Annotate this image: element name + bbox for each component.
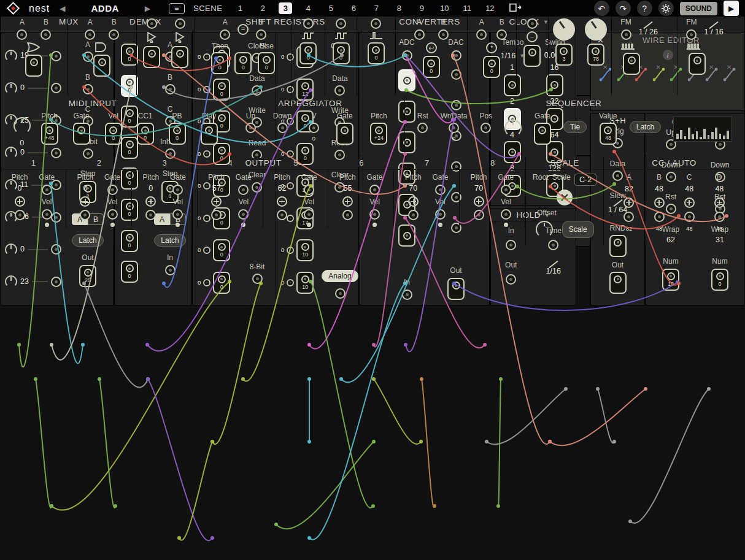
- scene-button[interactable]: 5: [324, 2, 338, 14]
- wrap-b-port[interactable]: [438, 29, 449, 40]
- seq-step-display[interactable]: [673, 116, 732, 142]
- scene-button[interactable]: 9: [415, 2, 428, 14]
- seq-latch-button[interactable]: Latch: [630, 121, 661, 133]
- gate-port[interactable]: [42, 185, 52, 195]
- help-button[interactable]: ?: [637, 1, 652, 16]
- cc-port[interactable]: [714, 212, 725, 222]
- sr-cell-port[interactable]: 10: [296, 272, 314, 294]
- geiger-fm-port[interactable]: [686, 29, 697, 40]
- and-b-port[interactable]: [109, 29, 119, 40]
- pitch-port[interactable]: [80, 210, 90, 220]
- cc-offset-port[interactable]: [654, 198, 665, 208]
- play-button[interactable]: ▶: [724, 1, 739, 16]
- gate-port[interactable]: [238, 185, 249, 195]
- vel-port[interactable]: [369, 209, 380, 220]
- pitch-port[interactable]: [277, 210, 287, 220]
- gate-port[interactable]: [435, 185, 446, 195]
- arp-pitch-port[interactable]: +24: [370, 123, 387, 145]
- mux-channel-knob[interactable]: [5, 275, 17, 288]
- aeqb-b-port[interactable]: [256, 29, 266, 40]
- settings-gear-icon[interactable]: [658, 1, 674, 16]
- not1-in-port[interactable]: [147, 18, 157, 29]
- wrap-out-port[interactable]: 0: [423, 56, 440, 78]
- gate-port[interactable]: [172, 185, 183, 195]
- pitch-offset-port[interactable]: [342, 196, 353, 207]
- arp-v-port[interactable]: [309, 123, 319, 133]
- seq-gate-port[interactable]: [534, 123, 551, 145]
- scene-button[interactable]: 2: [256, 2, 269, 14]
- sh-out-port[interactable]: [609, 272, 627, 294]
- gate-port[interactable]: [107, 185, 118, 195]
- vel-port[interactable]: [107, 209, 118, 220]
- trig-out-port[interactable]: 0: [368, 42, 385, 64]
- midi-bend-knob[interactable]: [14, 117, 31, 134]
- cc-port[interactable]: [684, 212, 695, 222]
- pitch-offset-port[interactable]: [80, 196, 90, 207]
- adc-in-port[interactable]: [402, 290, 412, 300]
- pitch-offset-port[interactable]: [15, 196, 25, 207]
- constant-knob[interactable]: [553, 18, 575, 40]
- scale-offset-knob[interactable]: [536, 221, 553, 238]
- or-b-port[interactable]: [41, 29, 51, 40]
- hold-time-value[interactable]: 1/16: [546, 264, 561, 276]
- scene-button[interactable]: 1: [233, 2, 247, 14]
- patch-name[interactable]: ADDA: [91, 3, 118, 13]
- constant-out-port[interactable]: 78: [587, 44, 604, 66]
- pitch-port[interactable]: [211, 210, 222, 220]
- scene-button[interactable]: 12: [483, 2, 496, 14]
- f2-out-port[interactable]: 0: [299, 42, 317, 64]
- hold-out-port[interactable]: [506, 274, 516, 285]
- midi-column-port[interactable]: +48: [41, 123, 58, 145]
- seq-wrdata-port[interactable]: [449, 123, 459, 133]
- geiger-rate-value[interactable]: 1 / 26: [639, 25, 658, 37]
- pitch-offset-port[interactable]: [211, 196, 222, 207]
- geiger-out-port[interactable]: [623, 53, 640, 75]
- prev-patch-icon[interactable]: ◀: [56, 4, 69, 13]
- gate-port[interactable]: [369, 185, 380, 195]
- pitch-port[interactable]: [15, 210, 25, 220]
- scene-button[interactable]: 4: [301, 2, 315, 14]
- midi-column-port[interactable]: 0: [137, 123, 154, 145]
- pitch-port[interactable]: [474, 210, 484, 220]
- f2-in-port[interactable]: [336, 18, 346, 29]
- pitch-offset-port[interactable]: [474, 196, 484, 207]
- cc-offset-port[interactable]: [623, 198, 634, 208]
- wrap-a-port[interactable]: [414, 29, 425, 40]
- or-a-port[interactable]: [17, 29, 27, 40]
- not1-out-port[interactable]: [143, 46, 160, 68]
- scene-button[interactable]: 8: [392, 2, 406, 14]
- midi-column-port[interactable]: 0: [169, 123, 186, 145]
- f2-in-port[interactable]: [303, 18, 314, 29]
- vel-port[interactable]: [238, 209, 249, 220]
- scene-button[interactable]: 7: [369, 2, 383, 14]
- axb-a-port[interactable]: [476, 29, 487, 40]
- sr-cell-port[interactable]: 0: [213, 272, 230, 294]
- scale-root-dropdown[interactable]: C-2: [574, 174, 596, 186]
- and-out-port[interactable]: [93, 55, 110, 77]
- sr2-analog-button[interactable]: Analog: [322, 270, 358, 282]
- sr1-8bit-port[interactable]: [252, 274, 263, 284]
- not2-in-port[interactable]: [175, 18, 185, 29]
- pitch-port[interactable]: [408, 210, 419, 220]
- seq-value-port[interactable]: 48: [600, 123, 617, 145]
- not2-out-port[interactable]: [171, 46, 188, 68]
- axb-out-port[interactable]: 0: [483, 56, 500, 78]
- arp-down-port[interactable]: [277, 123, 288, 133]
- sr-tap-port[interactable]: [287, 279, 294, 286]
- geiger-out-port[interactable]: [689, 53, 706, 75]
- sr2-analog-port[interactable]: [335, 288, 345, 299]
- aeqb-out-port[interactable]: 0: [234, 52, 252, 74]
- redo-button[interactable]: ↷: [616, 1, 631, 16]
- sound-button[interactable]: SOUND: [680, 2, 717, 15]
- aeqb-else-port[interactable]: 0: [258, 52, 275, 74]
- invert-in-port[interactable]: [527, 18, 538, 29]
- geiger-rate-value[interactable]: 1 / 16: [704, 25, 724, 37]
- scale-button[interactable]: Scale: [562, 221, 594, 238]
- and-a-port[interactable]: [85, 29, 95, 40]
- mux-out-port[interactable]: 25: [79, 265, 96, 287]
- pitch-offset-port[interactable]: [277, 196, 287, 207]
- scene-button[interactable]: 11: [460, 2, 474, 14]
- demux-output-port[interactable]: 0: [121, 261, 138, 283]
- cc-port[interactable]: [623, 212, 634, 222]
- scene-copy-icon[interactable]: [509, 2, 522, 15]
